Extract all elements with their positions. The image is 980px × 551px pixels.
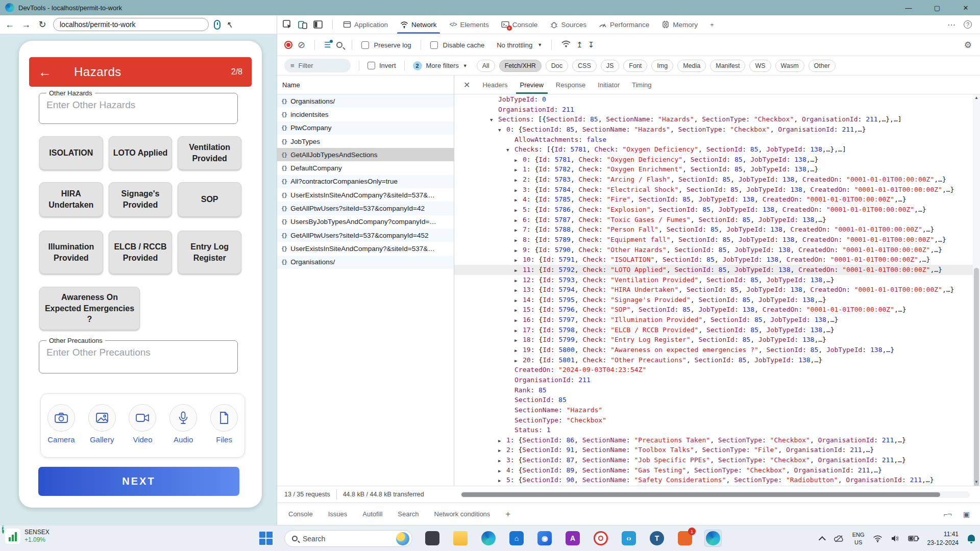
next-button[interactable]: NEXT xyxy=(38,467,239,496)
json-line[interactable]: ▶3: {SectionId: 87, SectionName: "Job Sp… xyxy=(454,455,973,465)
json-line[interactable]: ▶4: {SectionId: 89, SectionName: "Gas Te… xyxy=(454,465,973,475)
network-request-row[interactable]: {}UsersByJobTypesAndCompany?companyId=… xyxy=(277,215,454,229)
app-icon-vscode[interactable]: ‹› xyxy=(620,530,638,547)
hazard-button[interactable]: Signage's Provided xyxy=(109,182,173,217)
mouse-mode-icon[interactable] xyxy=(214,20,220,30)
filter-chip-font[interactable]: Font xyxy=(623,60,647,72)
tab-console[interactable]: xConsole xyxy=(495,15,544,34)
more-options-icon[interactable]: ⋯ xyxy=(947,20,955,30)
tab-application[interactable]: Application xyxy=(337,15,394,34)
language-indicator[interactable]: ENGUS xyxy=(852,531,865,546)
screencast-icon[interactable]: ▣ xyxy=(963,510,970,518)
other-precautions-field[interactable]: Other Precautions Enter Other Precaution… xyxy=(39,340,238,373)
tab-memory[interactable]: Memory xyxy=(655,15,704,34)
panel-layout-icon[interactable] xyxy=(313,19,323,30)
name-column-header[interactable]: Name xyxy=(277,76,454,94)
filter-chip-all[interactable]: All xyxy=(477,60,495,72)
settings-gear-icon[interactable]: ⚙ xyxy=(964,40,972,51)
scrollbar-thumb[interactable] xyxy=(461,492,940,497)
minimize-button[interactable]: — xyxy=(894,0,923,15)
json-line[interactable]: ▶7: {Id: 5788, Check: "Person Fall", Sec… xyxy=(454,224,973,235)
back-arrow-icon[interactable]: ← xyxy=(38,64,52,80)
json-line[interactable]: ▶1: {SectionId: 86, SectionName: "Precau… xyxy=(454,435,973,445)
hazard-button[interactable]: LOTO Applied xyxy=(109,136,173,170)
hazard-button[interactable]: Ventilation Provided xyxy=(178,136,241,170)
audio-button[interactable]: Audio xyxy=(169,404,197,444)
json-line[interactable]: ▶17: {Id: 5798, Check: "ELCB / RCCB Prov… xyxy=(454,325,973,335)
scrollbar-thumb[interactable] xyxy=(974,268,979,486)
filter-chip-manifest[interactable]: Manifest xyxy=(710,60,745,72)
hazard-button[interactable]: Entry Log Register xyxy=(178,231,241,274)
hazard-button[interactable]: SOP xyxy=(178,182,241,217)
gallery-button[interactable]: Gallery xyxy=(88,404,116,444)
filter-toggle-icon[interactable]: ☰ xyxy=(324,40,331,49)
app-icon-mail-app[interactable] xyxy=(424,530,441,547)
json-line[interactable]: ▶20: {Id: 5801, Check: "Other Precaution… xyxy=(454,355,973,365)
json-line[interactable]: ▶2: {SectionId: 91, SectionName: "Toolbo… xyxy=(454,445,973,455)
throttling-select[interactable]: No throttling xyxy=(497,41,532,49)
app-icon-opera[interactable]: O xyxy=(592,530,609,547)
json-line[interactable]: Status: 1 xyxy=(454,425,973,435)
stocks-widget[interactable]: 1 SENSEX +1.09% xyxy=(5,529,50,544)
clear-icon[interactable]: ⊘ xyxy=(298,40,305,49)
filter-chip-doc[interactable]: Doc xyxy=(546,60,568,72)
json-line[interactable]: SectionId: 85 xyxy=(454,395,973,405)
chevron-down-icon[interactable]: ▼ xyxy=(537,42,542,47)
chevron-down-icon[interactable]: ▼ xyxy=(463,63,468,68)
touch-mode-icon[interactable] xyxy=(226,20,234,30)
json-line[interactable]: ▶15: {Id: 5796, Check: "SOP", SectionId:… xyxy=(454,305,973,315)
wifi-icon[interactable] xyxy=(873,535,883,542)
json-line[interactable]: OrganisationId: 211 xyxy=(454,105,973,115)
dock-icon[interactable]: ⌐¬ xyxy=(943,510,951,518)
network-request-row[interactable]: {}All?contractorCompaniesOnly=true xyxy=(277,175,454,188)
filter-chip-ws[interactable]: WS xyxy=(749,60,771,72)
close-button[interactable]: ✕ xyxy=(951,0,980,15)
app-icon-microsoft-store[interactable]: ⌂ xyxy=(508,530,525,547)
hazard-button[interactable]: Illumination Provided xyxy=(39,231,103,274)
network-request-row[interactable]: {}JobTypes xyxy=(277,135,454,148)
json-line[interactable]: ▶2: {Id: 5783, Check: "Arcing / Flash", … xyxy=(454,174,973,185)
app-icon-access[interactable]: A xyxy=(564,530,581,547)
filter-chip-css[interactable]: CSS xyxy=(572,60,597,72)
network-request-row[interactable]: {}DefaultCompany xyxy=(277,161,454,174)
app-icon-photos[interactable]: ◉ xyxy=(536,530,553,547)
app-icon-edge[interactable] xyxy=(480,530,497,547)
filter-input[interactable]: ≡ Filter xyxy=(284,59,351,72)
json-line[interactable]: Rank: 85 xyxy=(454,385,973,395)
json-line[interactable]: ▶10: {Id: 5791, Check: "ISOLATION", Sect… xyxy=(454,255,973,265)
preview-tab-response[interactable]: Response xyxy=(550,76,592,94)
network-conditions-icon[interactable] xyxy=(561,39,571,51)
json-line[interactable]: ▼Sections: [{SectionId: 85, SectionName:… xyxy=(454,114,973,124)
cloud-off-icon[interactable] xyxy=(834,535,844,543)
drawer-tab-search[interactable]: Search xyxy=(398,510,419,518)
search-icon[interactable] xyxy=(336,42,342,48)
json-line[interactable]: ▶16: {Id: 5797, Check: "Illumination Pro… xyxy=(454,315,973,325)
add-drawer-tab-button[interactable]: + xyxy=(505,509,510,519)
filter-chip-media[interactable]: Media xyxy=(677,60,706,72)
search-highlight-icon[interactable] xyxy=(396,532,409,545)
hazard-button[interactable]: ELCB / RCCB Provided xyxy=(109,231,173,274)
network-request-row[interactable]: {}incidentsites xyxy=(277,108,454,121)
forward-icon[interactable]: → xyxy=(20,19,32,30)
app-icon-outlook[interactable]: 1 xyxy=(676,530,694,547)
preview-tab-initiator[interactable]: Initiator xyxy=(592,76,626,94)
filter-chip-fetchxhr[interactable]: Fetch/XHR xyxy=(499,60,542,72)
inspect-icon[interactable] xyxy=(282,19,292,30)
app-icon-teams[interactable]: T xyxy=(648,530,666,547)
video-button[interactable]: Video xyxy=(129,404,156,444)
json-line[interactable]: ▶9: {Id: 5790, Check: "Other Hazards", S… xyxy=(454,245,973,255)
maximize-button[interactable]: ▢ xyxy=(923,0,951,15)
preview-tab-preview[interactable]: Preview xyxy=(514,76,550,94)
network-request-row[interactable]: {}GetAllJobTypesAndSections xyxy=(277,148,454,161)
json-line[interactable]: ▶13: {Id: 5794, Check: "HIRA Undertaken"… xyxy=(454,285,973,295)
preview-tab-headers[interactable]: Headers xyxy=(476,76,513,94)
json-line[interactable]: ▶19: {Id: 5800, Check: "Awareness on exp… xyxy=(454,345,973,355)
add-tab-button[interactable]: + xyxy=(704,15,720,34)
scroll-up-icon[interactable]: ▲ xyxy=(973,94,980,102)
json-line[interactable]: ▶0: {Id: 5781, Check: "Oxygen Deficiency… xyxy=(454,155,973,165)
disable-cache-checkbox[interactable] xyxy=(430,41,438,49)
json-line[interactable]: ▶5: {SectionId: 90, SectionName: "Safety… xyxy=(454,475,973,485)
json-line[interactable]: JobTypeId: 0 xyxy=(454,94,973,105)
close-preview-icon[interactable]: ✕ xyxy=(459,80,474,90)
url-bar[interactable]: localhost/permit-to-work xyxy=(53,18,209,31)
